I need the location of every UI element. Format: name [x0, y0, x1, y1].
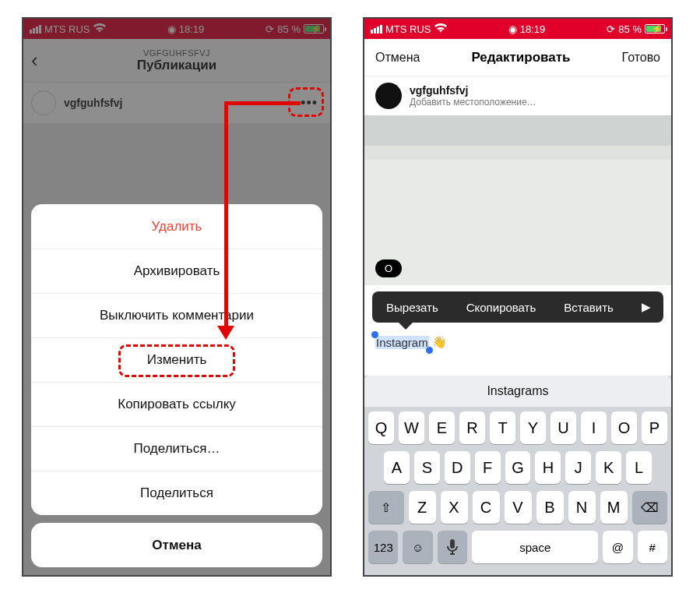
callout-arrow — [226, 101, 301, 105]
menu-paste[interactable]: Вставить — [550, 291, 628, 323]
key-v[interactable]: V — [505, 491, 532, 524]
key-n[interactable]: N — [568, 491, 596, 524]
callout-arrow-head — [217, 326, 234, 340]
selection-handle[interactable] — [426, 347, 433, 354]
carrier-label: MTS RUS — [385, 23, 431, 35]
key-j[interactable]: J — [565, 451, 591, 484]
key-g[interactable]: G — [505, 451, 531, 484]
selected-text: Instagram — [375, 336, 429, 349]
rotation-lock-icon: ⟳ — [607, 23, 615, 35]
battery-icon: ⚡ — [645, 24, 665, 34]
keyboard-suggestion[interactable]: Instagrams — [364, 376, 671, 407]
selection-handle[interactable] — [371, 331, 378, 338]
wifi-icon — [434, 23, 447, 35]
key-b[interactable]: B — [536, 491, 564, 524]
action-sheet: Удалить Архивировать Выключить комментар… — [31, 204, 322, 567]
key-d[interactable]: D — [445, 451, 470, 484]
sheet-cancel[interactable]: Отмена — [31, 523, 322, 567]
alarm-icon: ◉ — [508, 23, 517, 35]
post-username[interactable]: vgfguhfsfvj — [410, 84, 536, 97]
done-button[interactable]: Готово — [622, 51, 660, 65]
caption-emoji: 👋 — [432, 335, 447, 349]
callout-arrow — [224, 101, 228, 327]
key-at[interactable]: @ — [603, 531, 632, 563]
key-f[interactable]: F — [475, 451, 501, 484]
sheet-delete[interactable]: Удалить — [31, 204, 322, 249]
signal-icon — [371, 25, 382, 34]
key-s[interactable]: S — [414, 451, 440, 484]
post-photo[interactable]: О — [364, 115, 671, 285]
post-meta: vgfguhfsfvj Добавить местоположение… — [364, 76, 671, 115]
key-emoji[interactable]: ☺ — [403, 531, 432, 563]
key-a[interactable]: A — [384, 451, 410, 484]
sheet-mute-comments[interactable]: Выключить комментарии — [31, 293, 322, 337]
key-h[interactable]: H — [535, 451, 561, 484]
edit-nav-bar: Отмена Редактировать Готово — [364, 39, 671, 76]
key-p[interactable]: P — [642, 411, 667, 444]
text-edit-menu: Вырезать Скопировать Вставить ▶ — [372, 291, 663, 323]
callout-edit-item — [118, 344, 235, 377]
sheet-edit[interactable]: Изменить — [31, 337, 322, 382]
key-i[interactable]: I — [581, 411, 607, 444]
page-title: Редактировать — [471, 50, 570, 65]
key-hash[interactable]: # — [638, 531, 667, 563]
battery-pct: 85 % — [618, 23, 642, 35]
key-backspace[interactable]: ⌫ — [632, 491, 668, 524]
key-r[interactable]: R — [459, 411, 485, 444]
add-location-button[interactable]: Добавить местоположение… — [410, 97, 536, 108]
cancel-button[interactable]: Отмена — [375, 51, 420, 65]
sheet-share-ellipsis[interactable]: Поделиться… — [31, 426, 322, 471]
key-e[interactable]: E — [429, 411, 455, 444]
sheet-archive[interactable]: Архивировать — [31, 249, 322, 293]
key-y[interactable]: Y — [520, 411, 546, 444]
phone-left: MTS RUS ◉ 18:19 ⟳ 85 % ⚡ ‹ VGFGUHFSFVJ П… — [22, 17, 332, 577]
keyboard: Instagrams QWERTYUIOP ASDFGHJKL ⇧ZXCVBNM… — [364, 376, 671, 575]
sheet-share[interactable]: Поделиться — [31, 471, 322, 515]
caption-input[interactable]: Instagram 👋 — [375, 335, 447, 349]
key-t[interactable]: T — [490, 411, 515, 444]
key-shift[interactable]: ⇧ — [368, 491, 404, 524]
clock-time: 18:19 — [520, 23, 546, 35]
key-w[interactable]: W — [399, 411, 424, 444]
avatar[interactable] — [375, 83, 402, 109]
key-mic[interactable] — [438, 531, 467, 563]
key-c[interactable]: C — [473, 491, 500, 524]
key-z[interactable]: Z — [409, 491, 436, 524]
menu-cut[interactable]: Вырезать — [372, 291, 452, 323]
phone-right: MTS RUS ◉ 18:19 ⟳ 85 % ⚡ Отмена Редактир… — [363, 17, 673, 577]
key-u[interactable]: U — [551, 411, 576, 444]
key-k[interactable]: K — [596, 451, 621, 484]
key-q[interactable]: Q — [368, 411, 394, 444]
key-m[interactable]: M — [600, 491, 628, 524]
key-space[interactable]: space — [472, 531, 598, 563]
menu-more-icon[interactable]: ▶ — [628, 291, 665, 323]
sheet-copy-link[interactable]: Копировать ссылку — [31, 382, 322, 426]
key-123[interactable]: 123 — [368, 531, 398, 563]
key-x[interactable]: X — [441, 491, 468, 524]
status-bar: MTS RUS ◉ 18:19 ⟳ 85 % ⚡ — [364, 19, 671, 39]
key-l[interactable]: L — [626, 451, 652, 484]
key-o[interactable]: O — [611, 411, 637, 444]
menu-copy[interactable]: Скопировать — [452, 291, 551, 323]
tag-pill[interactable]: О — [375, 259, 402, 277]
